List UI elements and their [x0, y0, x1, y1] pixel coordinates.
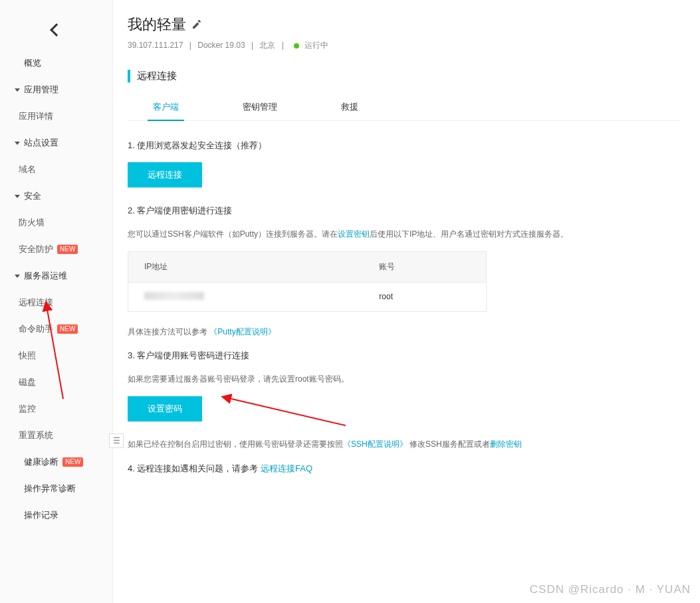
sidebar-item-label: 域名 [19, 164, 36, 176]
tab-key-mgmt[interactable]: 密钥管理 [237, 94, 283, 120]
page-title: 我的轻量 [128, 15, 186, 35]
sidebar-item-sec-protection[interactable]: 安全防护NEW [0, 236, 112, 263]
instance-region: 北京 [259, 41, 275, 50]
sidebar-item-op-log[interactable]: 操作记录 [0, 502, 112, 529]
sidebar-item-label: 操作记录 [24, 509, 58, 521]
step-1-title: 1. 使用浏览器发起安全连接（推荐） [128, 138, 680, 153]
sidebar-item-label: 重置系统 [19, 429, 53, 441]
sidebar-item-label: 安全 [24, 190, 41, 202]
main-content: ☰ 我的轻量 39.107.111.217 | Docker 19.03 | 北… [113, 0, 700, 603]
sidebar-item-label: 应用详情 [19, 110, 53, 122]
connection-table: IP地址 账号 root [128, 251, 487, 312]
sidebar-item-label: 命令助手 [19, 323, 53, 335]
sidebar-item-security[interactable]: 安全 [0, 183, 112, 209]
sidebar-item-label: 磁盘 [19, 376, 36, 388]
new-badge: NEW [57, 245, 78, 254]
section-title: 远程连接 [128, 70, 680, 82]
table-header-ip: IP地址 [128, 251, 364, 282]
sidebar-item-cmd-assist[interactable]: 命令助手NEW [0, 316, 112, 342]
chevron-down-icon [15, 195, 20, 198]
chevron-down-icon [15, 275, 20, 278]
set-key-link[interactable]: 设置密钥 [338, 229, 370, 239]
set-password-button[interactable]: 设置密码 [128, 396, 202, 422]
step-2-title: 2. 客户端使用密钥进行连接 [128, 203, 680, 218]
sidebar-item-snapshot[interactable]: 快照 [0, 342, 112, 369]
sidebar-item-label: 应用管理 [24, 84, 58, 96]
sidebar-item-reset-system[interactable]: 重置系统 [0, 422, 112, 449]
sidebar-item-firewall[interactable]: 防火墙 [0, 209, 112, 236]
sidebar-item-ops[interactable]: 服务器运维 [0, 263, 112, 289]
table-header-account: 账号 [363, 251, 486, 282]
sidebar-item-site-settings[interactable]: 站点设置 [0, 130, 112, 156]
sidebar-item-app-mgmt[interactable]: 应用管理 [0, 76, 112, 103]
sidebar-item-app-detail[interactable]: 应用详情 [0, 103, 112, 130]
sidebar: 概览 应用管理 应用详情 站点设置 域名 安全 防火墙 安全防护NEW 服务器运… [0, 0, 113, 603]
tab-client[interactable]: 客户端 [148, 94, 184, 121]
remote-faq-link[interactable]: 远程连接FAQ [261, 463, 312, 473]
instance-docker: Docker 19.03 [197, 41, 245, 50]
remote-connect-button[interactable]: 远程连接 [128, 162, 202, 187]
sidebar-item-label: 安全防护 [19, 243, 53, 255]
step-3-desc: 如果您需要通过服务器账号密码登录，请先设置root账号密码。 [128, 372, 680, 387]
ssh-note: 如果已经在控制台启用过密钥，使用账号密码登录还需要按照《SSH配置说明》 修改S… [128, 437, 680, 452]
sidebar-collapse-handle[interactable]: ☰ [109, 433, 124, 448]
ip-blurred [144, 292, 204, 300]
step-2-desc: 您可以通过SSH客户端软件（如Putty）连接到服务器。请在设置密钥后使用以下I… [128, 227, 680, 242]
sidebar-item-label: 概览 [24, 57, 41, 69]
ssh-doc-link[interactable]: 《SSH配置说明》 [343, 439, 408, 449]
sidebar-item-remote-conn[interactable]: 远程连接 [0, 289, 112, 316]
sidebar-item-label: 快照 [19, 350, 36, 362]
putty-ref: 具体连接方法可以参考 《Putty配置说明》 [128, 325, 680, 340]
sidebar-item-health-diag[interactable]: 健康诊断NEW [0, 449, 112, 475]
sidebar-item-label: 操作异常诊断 [24, 483, 76, 495]
sidebar-item-disk[interactable]: 磁盘 [0, 369, 112, 396]
sidebar-item-label: 服务器运维 [24, 270, 67, 282]
sidebar-item-label: 监控 [19, 403, 36, 415]
sidebar-item-label: 站点设置 [24, 137, 58, 149]
step-4: 4. 远程连接如遇相关问题，请参考 远程连接FAQ [128, 461, 680, 476]
sidebar-item-label: 远程连接 [19, 297, 53, 308]
sidebar-item-label: 防火墙 [19, 217, 45, 229]
sidebar-item-overview[interactable]: 概览 [0, 50, 112, 76]
tabs: 客户端 密钥管理 救援 [128, 94, 680, 121]
chevron-down-icon [15, 88, 20, 92]
status-dot-icon [294, 43, 299, 49]
sidebar-item-monitor[interactable]: 监控 [0, 396, 112, 422]
step-3-title: 3. 客户端使用账号密码进行连接 [128, 348, 680, 363]
chevron-down-icon [15, 142, 20, 145]
sidebar-item-domain[interactable]: 域名 [0, 156, 112, 183]
instance-ip: 39.107.111.217 [128, 41, 183, 50]
sidebar-item-label: 健康诊断 [24, 456, 58, 468]
back-icon[interactable] [50, 23, 63, 37]
new-badge: NEW [57, 324, 78, 334]
instance-status: 运行中 [304, 41, 328, 50]
instance-meta: 39.107.111.217 | Docker 19.03 | 北京 | 运行中 [128, 40, 680, 51]
tab-rescue[interactable]: 救援 [336, 94, 364, 120]
edit-icon[interactable] [191, 19, 202, 30]
putty-doc-link[interactable]: 《Putty配置说明》 [209, 327, 275, 336]
table-cell-ip [128, 282, 364, 311]
table-row: root [128, 282, 487, 311]
table-cell-account: root [363, 282, 486, 311]
delete-key-link[interactable]: 删除密钥 [490, 439, 522, 449]
sidebar-item-op-exception[interactable]: 操作异常诊断 [0, 475, 112, 502]
new-badge: NEW [62, 457, 83, 467]
